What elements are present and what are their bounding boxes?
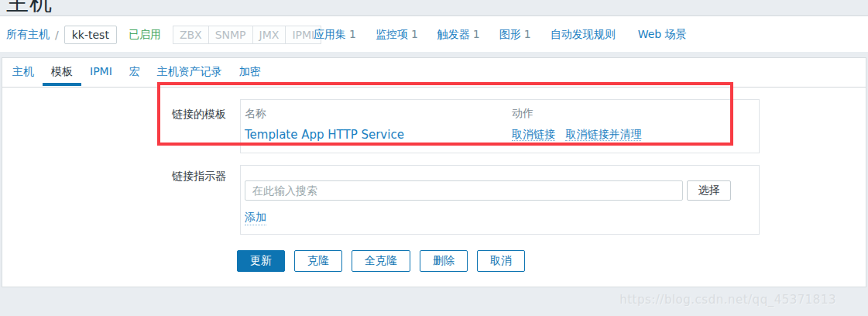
host-status-badge: 已启用 xyxy=(129,28,161,42)
triggers-count: 1 xyxy=(473,28,480,40)
add-link[interactable]: 添加 xyxy=(245,211,266,225)
cancel-button[interactable]: 取消 xyxy=(477,250,525,272)
items-count: 1 xyxy=(411,28,418,40)
link-indicator-label: 链接指示器 xyxy=(172,170,226,184)
linked-templates-table: 名称 动作 Template App HTTP Service 取消链接 取消链… xyxy=(240,99,760,153)
availability-badge-zbx: ZBX xyxy=(173,26,209,44)
tab-bar: 主机 模板 IPMI 宏 主机资产记录 加密 xyxy=(2,58,866,88)
linked-templates-label: 链接的模板 xyxy=(172,108,226,122)
tab-host[interactable]: 主机 xyxy=(4,58,43,86)
graphs-count: 1 xyxy=(524,28,531,40)
template-name-link[interactable]: Template App HTTP Service xyxy=(245,128,404,142)
breadcrumb: 所有主机 / kk-test 已启用 ZBX SNMP JMX IPMI xyxy=(6,16,321,53)
applications-count: 1 xyxy=(349,28,356,40)
nav-web-scenarios-link[interactable]: Web 场景 xyxy=(638,28,690,42)
update-button[interactable]: 更新 xyxy=(237,250,285,272)
clone-button[interactable]: 克隆 xyxy=(294,250,342,272)
tab-macros[interactable]: 宏 xyxy=(121,58,149,86)
unlink-action-link[interactable]: 取消链接 xyxy=(512,128,555,141)
full-clone-button[interactable]: 全克隆 xyxy=(352,250,410,272)
tab-encryption[interactable]: 加密 xyxy=(231,58,269,86)
nav-triggers-link[interactable]: 触发器1 xyxy=(437,28,480,42)
availability-badges: ZBX SNMP JMX IPMI xyxy=(173,26,321,44)
related-entities-nav: 应用集1 监控项1 触发器1 图形1 自动发现规则 Web 场景 xyxy=(314,16,709,53)
tab-host-inventory[interactable]: 主机资产记录 xyxy=(149,58,231,86)
page: 主机 所有主机 / kk-test 已启用 ZBX SNMP JMX IPMI … xyxy=(0,0,868,316)
link-indicator-box: 选择 添加 xyxy=(240,165,760,235)
tab-ipmi[interactable]: IPMI xyxy=(81,58,121,84)
breadcrumb-separator: / xyxy=(55,29,59,41)
template-actions: 取消链接 取消链接并清理 xyxy=(512,128,648,142)
select-button[interactable]: 选择 xyxy=(687,180,731,201)
breadcrumb-host-name[interactable]: kk-test xyxy=(64,26,117,44)
breadcrumb-all-hosts-link[interactable]: 所有主机 xyxy=(6,28,50,42)
nav-applications-link[interactable]: 应用集1 xyxy=(314,28,356,42)
delete-button[interactable]: 删除 xyxy=(420,250,468,272)
form-footer-buttons: 更新 克隆 全克隆 删除 取消 xyxy=(237,250,525,272)
nav-graphs-link[interactable]: 图形1 xyxy=(499,28,531,42)
tab-templates[interactable]: 模板 xyxy=(43,58,81,86)
column-header-action: 动作 xyxy=(512,107,533,121)
unlink-and-clear-action-link[interactable]: 取消链接并清理 xyxy=(565,128,641,141)
nav-discovery-rules-link[interactable]: 自动发现规则 xyxy=(551,28,619,42)
availability-badge-snmp: SNMP xyxy=(208,26,253,44)
header-bar: 所有主机 / kk-test 已启用 ZBX SNMP JMX IPMI 应用集… xyxy=(0,15,868,52)
availability-badge-jmx: JMX xyxy=(252,26,286,44)
linked-templates-header-row: 名称 动作 xyxy=(241,100,759,121)
column-header-name: 名称 xyxy=(245,107,266,119)
nav-items-link[interactable]: 监控项1 xyxy=(376,28,418,42)
template-search-input[interactable] xyxy=(245,180,683,201)
watermark: https://blog.csdn.net/qq_45371813 xyxy=(619,293,836,307)
linked-template-row: Template App HTTP Service 取消链接 取消链接并清理 xyxy=(241,121,759,142)
